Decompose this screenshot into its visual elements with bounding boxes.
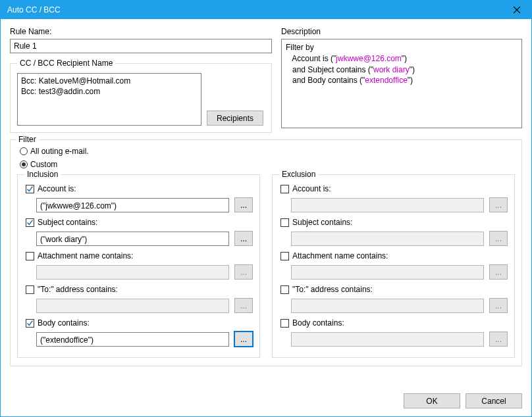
rule-name-input[interactable] [10,39,272,53]
exclusion-attachment-label: Attachment name contains: [292,251,388,260]
filter-legend: Filter [16,135,39,144]
radio-custom[interactable]: Custom [20,159,515,170]
radio-all-label: All outing e-mail. [30,147,89,156]
inclusion-to-value [36,299,229,313]
inclusion-subject-label: Subject contains: [38,218,97,227]
radio-icon [20,160,28,168]
cancel-button[interactable]: Cancel [466,393,522,408]
exclusion-to-checkbox[interactable]: "To:" address contains: [280,283,508,295]
checkbox-icon [280,285,289,294]
inclusion-attachment-label: Attachment name contains: [38,251,133,260]
inclusion-account-edit-button[interactable]: ... [234,197,253,212]
inclusion-attachment-edit-button[interactable]: ... [234,264,253,280]
exclusion-legend: Exclusion [279,170,318,179]
checkbox-icon [26,252,34,260]
exclusion-to-label: "To:" address contains: [292,285,373,294]
checkbox-icon [280,185,289,193]
exclusion-subject-field: Subject contains:... [279,216,508,246]
inclusion-body-value[interactable]: ("extendoffice") [36,332,229,347]
dialog-footer: OK Cancel [1,389,531,416]
dialog-window: Auto CC / BCC Rule Name: CC / BCC Recipi… [0,0,532,417]
exclusion-account-checkbox[interactable]: Account is: [280,183,508,195]
inclusion-to-edit-button[interactable]: ... [234,298,253,313]
checkbox-icon [280,218,289,227]
inclusion-account-field: Account is:("jwkwwe@126.com")... [24,183,253,212]
inclusion-body-label: Body contains: [38,318,90,328]
inclusion-attachment-checkbox[interactable]: Attachment name contains: [26,250,253,262]
inclusion-account-value[interactable]: ("jwkwwe@126.com") [36,198,229,212]
checkbox-icon [26,185,34,193]
inclusion-to-checkbox[interactable]: "To:" address contains: [26,283,253,295]
exclusion-subject-checkbox[interactable]: Subject contains: [280,216,508,228]
inclusion-subject-value[interactable]: ("work diary") [36,232,229,246]
window-title: Auto CC / BCC [7,5,61,14]
exclusion-body-checkbox[interactable]: Body contains: [280,317,508,329]
exclusion-account-edit-button[interactable]: ... [489,197,508,212]
inclusion-account-label: Account is: [38,184,76,193]
inclusion-subject-edit-button[interactable]: ... [234,231,253,246]
exclusion-attachment-value [291,265,484,280]
checkbox-icon [280,252,289,260]
exclusion-body-field: Body contains:... [279,317,508,347]
inclusion-group: InclusionAccount is:("jwkwwe@126.com")..… [17,174,260,358]
inclusion-subject-checkbox[interactable]: Subject contains: [26,216,253,228]
exclusion-subject-value [291,232,484,246]
titlebar: Auto CC / BCC [1,1,531,19]
exclusion-subject-label: Subject contains: [292,218,352,227]
radio-all-outing[interactable]: All outing e-mail. [20,145,515,157]
exclusion-attachment-checkbox[interactable]: Attachment name contains: [280,250,508,262]
ccbcc-legend: CC / BCC Recipient Name [17,59,115,68]
inclusion-attachment-value [36,265,229,280]
inclusion-account-checkbox[interactable]: Account is: [26,183,253,195]
description-label: Description [281,27,522,36]
exclusion-body-value [291,332,484,347]
recipients-button[interactable]: Recipients [207,110,263,126]
checkbox-icon [26,218,34,227]
description-box: Filter by Account is ("jwkwwe@126.com") … [281,39,522,128]
inclusion-attachment-field: Attachment name contains:... [24,250,253,280]
filter-group: Filter All outing e-mail. Custom Inclusi… [10,139,522,366]
inclusion-legend: Inclusion [24,170,61,179]
exclusion-attachment-edit-button[interactable]: ... [489,264,508,280]
exclusion-body-edit-button[interactable]: ... [489,331,508,347]
inclusion-to-field: "To:" address contains:... [24,283,253,313]
inclusion-body-checkbox[interactable]: Body contains: [26,317,253,329]
close-icon [514,7,520,13]
inclusion-to-label: "To:" address contains: [38,285,118,294]
ccbcc-group: CC / BCC Recipient Name Bcc: KateLoveM@H… [10,59,272,133]
close-button[interactable] [502,1,531,19]
inclusion-body-field: Body contains:("extendoffice")... [24,317,253,347]
dialog-content: Rule Name: CC / BCC Recipient Name Bcc: … [1,19,531,389]
exclusion-body-label: Body contains: [292,318,344,328]
exclusion-account-field: Account is:... [279,183,508,212]
exclusion-account-label: Account is: [292,184,331,193]
exclusion-group: ExclusionAccount is:...Subject contains:… [272,174,515,358]
exclusion-attachment-field: Attachment name contains:... [279,250,508,280]
exclusion-account-value [291,198,484,212]
radio-icon [20,147,28,155]
ok-button[interactable]: OK [404,393,460,408]
ccbcc-textbox[interactable]: Bcc: KateLoveM@Hotmail.com Bcc: test3@ad… [17,73,201,126]
checkbox-icon [26,285,34,294]
radio-custom-label: Custom [30,160,57,169]
exclusion-subject-edit-button[interactable]: ... [489,231,508,246]
exclusion-to-field: "To:" address contains:... [279,283,508,313]
exclusion-to-value [291,299,484,313]
rule-name-label: Rule Name: [10,27,272,36]
inclusion-body-edit-button[interactable]: ... [234,331,253,347]
inclusion-subject-field: Subject contains:("work diary")... [24,216,253,246]
checkbox-icon [26,319,34,328]
checkbox-icon [280,319,289,328]
exclusion-to-edit-button[interactable]: ... [489,298,508,313]
